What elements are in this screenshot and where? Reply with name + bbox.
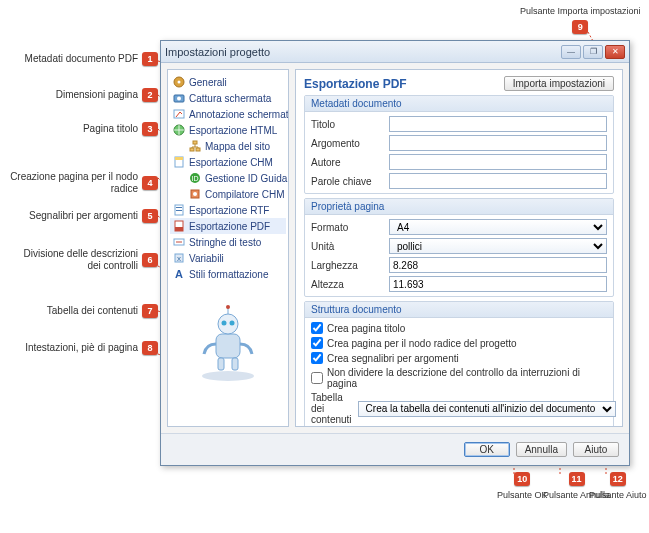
variables-icon: x (172, 251, 186, 265)
html-icon (172, 123, 186, 137)
tree-item-sitemap[interactable]: Mappa del sito (170, 138, 286, 154)
svg-point-36 (202, 371, 254, 381)
tree-item-strings[interactable]: Stringhe di testo (170, 234, 286, 250)
callout-5: Segnalibri per argomenti 5 (6, 209, 158, 223)
svg-text:x: x (177, 254, 181, 263)
chk-title-page[interactable] (311, 322, 323, 334)
format-select[interactable]: A4 (389, 219, 607, 235)
ok-button[interactable]: OK (464, 442, 510, 457)
tree-item-styles[interactable]: AStili formattazione (170, 266, 286, 282)
svg-rect-31 (175, 227, 183, 231)
gear-icon (172, 75, 186, 89)
svg-rect-22 (175, 157, 183, 160)
callout-6: Divisione delle descrizioni dei controll… (0, 248, 158, 272)
height-label: Altezza (311, 279, 383, 290)
height-input[interactable] (389, 276, 607, 292)
chk-no-split[interactable] (311, 372, 323, 384)
callout-badge: 9 (572, 20, 588, 34)
svg-point-15 (177, 97, 181, 101)
settings-tree: Generali Cattura schermata Annotazione s… (167, 69, 289, 427)
panel-header: Esportazione PDF Importa impostazioni (304, 76, 614, 91)
tree-item-annotate[interactable]: Annotazione schermata (170, 106, 286, 122)
group-header: Proprietà pagina (305, 199, 613, 215)
format-label: Formato (311, 222, 383, 233)
callout-badge: 7 (142, 304, 158, 318)
unit-select[interactable]: pollici (389, 238, 607, 254)
minimize-button[interactable]: — (561, 45, 581, 59)
callout-badge: 6 (142, 253, 158, 267)
keywords-label: Parole chiave (311, 176, 383, 187)
width-label: Larghezza (311, 260, 383, 271)
panel-title: Esportazione PDF (304, 77, 407, 91)
svg-point-13 (178, 81, 181, 84)
camera-icon (172, 91, 186, 105)
tree-label: Variabili (189, 253, 224, 264)
cancel-button[interactable]: Annulla (516, 442, 567, 457)
import-settings-button[interactable]: Importa impostazioni (504, 76, 614, 91)
svg-point-40 (230, 321, 235, 326)
title-input[interactable] (389, 116, 607, 132)
close-button[interactable]: ✕ (605, 45, 625, 59)
pdf-export-panel: Esportazione PDF Importa impostazioni Me… (295, 69, 623, 427)
svg-point-39 (222, 321, 227, 326)
maximize-button[interactable]: ❐ (583, 45, 603, 59)
callout-badge: 2 (142, 88, 158, 102)
callout-10: 10 Pulsante OK (497, 472, 548, 500)
chk-bookmarks[interactable] (311, 352, 323, 364)
unit-label: Unità (311, 241, 383, 252)
tree-item-html[interactable]: Esportazione HTML (170, 122, 286, 138)
tree-label: Cattura schermata (189, 93, 271, 104)
callout-label: Dimensioni pagina (56, 89, 138, 101)
chk-label: Non dividere la descrizione del controll… (327, 367, 607, 389)
author-input[interactable] (389, 154, 607, 170)
tree-item-rtf[interactable]: Esportazione RTF (170, 202, 286, 218)
tree-label: Generali (189, 77, 227, 88)
chm-icon (172, 155, 186, 169)
callout-badge: 4 (142, 176, 158, 190)
svg-rect-37 (216, 334, 240, 358)
window-body: Generali Cattura schermata Annotazione s… (161, 63, 629, 433)
tree-label: Annotazione schermata (189, 109, 289, 120)
tree-label: Stringhe di testo (189, 237, 261, 248)
callout-badge: 3 (142, 122, 158, 136)
window-title: Impostazioni progetto (165, 46, 561, 58)
group-structure: Struttura documento Crea pagina titolo C… (304, 301, 614, 427)
tree-item-chmcomp[interactable]: Compilatore CHM (170, 186, 286, 202)
tree-item-general[interactable]: Generali (170, 74, 286, 90)
group-page: Proprietà pagina FormatoA4 Unitàpollici … (304, 198, 614, 297)
svg-rect-41 (218, 358, 224, 370)
group-header: Struttura documento (305, 302, 613, 318)
svg-rect-18 (193, 141, 197, 144)
callout-badge: 12 (610, 472, 626, 486)
keywords-input[interactable] (389, 173, 607, 189)
titlebar[interactable]: Impostazioni progetto — ❐ ✕ (161, 41, 629, 63)
callout-label: Pulsante Importa impostazioni (520, 6, 641, 16)
help-button[interactable]: Aiuto (573, 442, 619, 457)
subject-label: Argomento (311, 138, 383, 149)
tree-item-idguide[interactable]: IDGestione ID Guida (170, 170, 286, 186)
toc-select[interactable]: Crea la tabella dei contenuti all'inizio… (358, 401, 616, 417)
group-metadata: Metadati documento Titolo Argomento Auto… (304, 95, 614, 194)
svg-point-38 (218, 314, 238, 334)
callout-badge: 10 (514, 472, 530, 486)
width-input[interactable] (389, 257, 607, 273)
tree-item-capture[interactable]: Cattura schermata (170, 90, 286, 106)
chk-root-page[interactable] (311, 337, 323, 349)
callout-label: Metadati documento PDF (25, 53, 138, 65)
id-icon: ID (188, 171, 202, 185)
callout-label: Intestazioni, piè di pagina (25, 342, 138, 354)
svg-text:A: A (175, 268, 183, 280)
robot-illustration (170, 304, 286, 384)
tree-item-pdf[interactable]: Esportazione PDF (170, 218, 286, 234)
callout-2: Dimensioni pagina 2 (6, 88, 158, 102)
tree-item-chm[interactable]: Esportazione CHM (170, 154, 286, 170)
svg-text:ID: ID (192, 175, 199, 182)
author-label: Autore (311, 157, 383, 168)
strings-icon (172, 235, 186, 249)
callout-label: Creazione pagina per il nodo radice (8, 171, 138, 195)
window-buttons: — ❐ ✕ (561, 45, 625, 59)
tree-item-vars[interactable]: xVariabili (170, 250, 286, 266)
callout-label: Tabella dei contenuti (47, 305, 138, 317)
svg-rect-19 (190, 148, 194, 151)
subject-input[interactable] (389, 135, 607, 151)
